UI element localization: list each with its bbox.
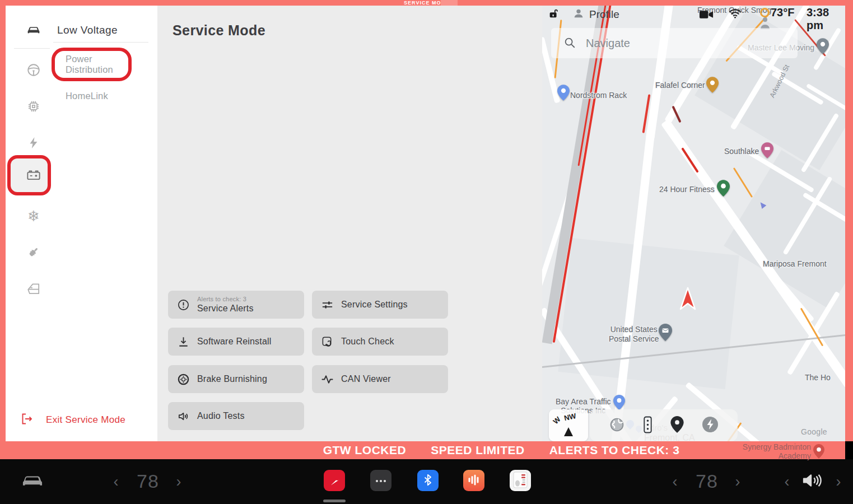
powerwall-app-button[interactable] — [510, 470, 531, 491]
app-launcher-button[interactable] — [370, 470, 391, 491]
passenger-temp-down-button[interactable]: ‹ — [668, 470, 682, 493]
lock-button[interactable] — [548, 7, 560, 22]
touch-check-button[interactable]: Touch Check — [312, 328, 448, 356]
page-title: Service Mode — [173, 22, 265, 39]
poi-label-fitness: 24 Hour Fitness — [659, 185, 715, 194]
car-icon — [20, 472, 45, 492]
passenger-temp-display[interactable]: 78 — [689, 467, 725, 495]
sidebar-item-power-distribution[interactable]: Power Distribution — [66, 54, 127, 75]
sidebar-item-steering[interactable] — [19, 58, 48, 83]
traffic-segment-orange — [733, 167, 753, 198]
car-icon — [25, 22, 42, 40]
audio-app-button[interactable] — [463, 470, 484, 491]
service-sidebar: ❄ Low Voltage Power Distribution HomeLin… — [6, 6, 157, 441]
alert-circle-icon — [177, 298, 190, 311]
shock-absorber-icon — [26, 245, 41, 261]
chevron-left-icon: ‹ — [785, 474, 790, 489]
brake-burnishing-button[interactable]: Brake Burnishing — [168, 365, 304, 393]
poi-label-falafel: Falafel Corner — [655, 81, 705, 90]
driver-temp-display[interactable]: 78 — [130, 467, 166, 495]
unlock-icon — [548, 7, 560, 22]
service-mode-banner-notch — [441, 0, 458, 6]
sidebar-item-thermal[interactable]: ❄ — [19, 204, 48, 228]
passenger-temp-up-button[interactable]: › — [730, 470, 745, 493]
search-icon — [563, 36, 576, 50]
wifi-icon — [729, 8, 742, 21]
service-settings-label: Service Settings — [341, 300, 408, 310]
active-app-indicator — [323, 500, 346, 502]
sidebar-item-controller[interactable] — [19, 95, 48, 119]
audio-tests-button[interactable]: Audio Tests — [168, 402, 304, 430]
bluetooth-app-button[interactable] — [417, 470, 439, 491]
poi-label-usps: United States Postal Service — [609, 325, 659, 344]
chip-icon — [26, 99, 41, 115]
service-app-button[interactable] — [324, 470, 345, 491]
volume-icon — [801, 471, 823, 492]
poi-label-synergy-line1: Synergy Badminton — [739, 442, 811, 451]
can-viewer-button[interactable]: CAN Viewer — [312, 365, 448, 393]
status-alerts-to-check: ALERTS TO CHECK: 3 — [549, 444, 680, 457]
poi-pin-restaurant-icon — [706, 77, 719, 93]
battery-icon — [25, 166, 42, 185]
service-alerts-sublabel: Alerts to check: 3 — [197, 296, 246, 302]
software-reinstall-button[interactable]: Software Reinstall — [168, 328, 304, 356]
service-settings-button[interactable]: Service Settings — [312, 291, 448, 319]
poi-label-synergy: Synergy Badminton Academy — [739, 442, 811, 460]
sidebar-nav-divider — [53, 42, 148, 43]
poi-pin-fitness-icon — [717, 180, 729, 196]
volume-down-button[interactable]: ‹ — [780, 470, 794, 493]
sidebar-item-high-voltage[interactable] — [19, 131, 48, 156]
powerwall-device-icon — [513, 472, 528, 490]
driver-temp-down-button[interactable]: ‹ — [109, 470, 123, 493]
poi-marker-ring-icon — [760, 8, 770, 17]
sidebar-item-chassis[interactable] — [19, 240, 48, 265]
poi-label-the-ho: The Ho — [805, 373, 831, 382]
volume-button[interactable] — [798, 468, 827, 494]
charging-bolt-icon — [702, 416, 719, 435]
sidebar-item-homelink[interactable]: HomeLink — [66, 91, 108, 101]
waveform-icon — [321, 373, 334, 386]
download-icon — [177, 335, 190, 348]
vehicle-location-arrow — [679, 287, 697, 314]
audio-tests-label: Audio Tests — [197, 411, 245, 421]
service-alerts-button[interactable]: Alerts to check: 3 Service Alerts — [168, 291, 304, 319]
chevron-left-icon: ‹ — [673, 474, 678, 489]
vehicle-controls-button[interactable] — [17, 469, 48, 494]
speaker-icon — [177, 410, 190, 423]
compass-widget[interactable]: W NW — [549, 409, 588, 441]
steering-wheel-icon — [26, 63, 41, 79]
driver-temp-up-button[interactable]: › — [171, 470, 186, 493]
poi-label-usps-line1: United States — [609, 325, 659, 334]
service-mode-right-border — [845, 6, 853, 441]
navigation-map[interactable]: Nordstrom Rack Falafel Corner Arkwood St… — [542, 6, 845, 441]
charging-stations-button[interactable] — [702, 416, 719, 435]
outside-temperature: 73°F — [771, 6, 794, 19]
map-style-globe-button[interactable] — [609, 417, 625, 435]
snowflake-icon: ❄ — [27, 209, 40, 223]
exit-service-mode-button[interactable]: Exit Service Mode — [20, 412, 125, 427]
chevron-right-icon: › — [836, 474, 841, 489]
service-mode-left-border — [0, 6, 6, 441]
status-speed-limited: SPEED LIMITED — [431, 444, 525, 457]
poi-label-usps-line2: Postal Service — [609, 334, 659, 344]
poi-label-nordstrom: Nordstrom Rack — [570, 91, 627, 100]
sidebar-item-vehicle[interactable] — [19, 18, 48, 43]
brake-disc-icon — [177, 373, 190, 386]
google-watermark: Google — [801, 427, 827, 436]
traffic-toggle-button[interactable] — [643, 416, 652, 435]
navigate-search-input[interactable]: Navigate — [551, 28, 798, 58]
traffic-light-icon — [643, 416, 652, 435]
wrench-icon — [328, 473, 341, 488]
map-pin-button[interactable] — [670, 416, 684, 435]
volume-up-button[interactable]: › — [831, 470, 846, 493]
profile-button[interactable]: Profile — [572, 7, 619, 21]
profile-label: Profile — [589, 8, 619, 21]
sidebar-item-closures[interactable] — [19, 277, 48, 301]
can-viewer-label: CAN Viewer — [341, 374, 391, 384]
equalizer-icon — [467, 473, 481, 488]
sidebar-item-low-voltage[interactable] — [19, 163, 48, 188]
exit-icon — [20, 412, 34, 427]
profile-icon — [572, 7, 585, 21]
tesla-service-mode-screen: ❄ Low Voltage Power Distribution HomeLin… — [0, 0, 853, 504]
cabin-camera-icon — [699, 8, 714, 23]
